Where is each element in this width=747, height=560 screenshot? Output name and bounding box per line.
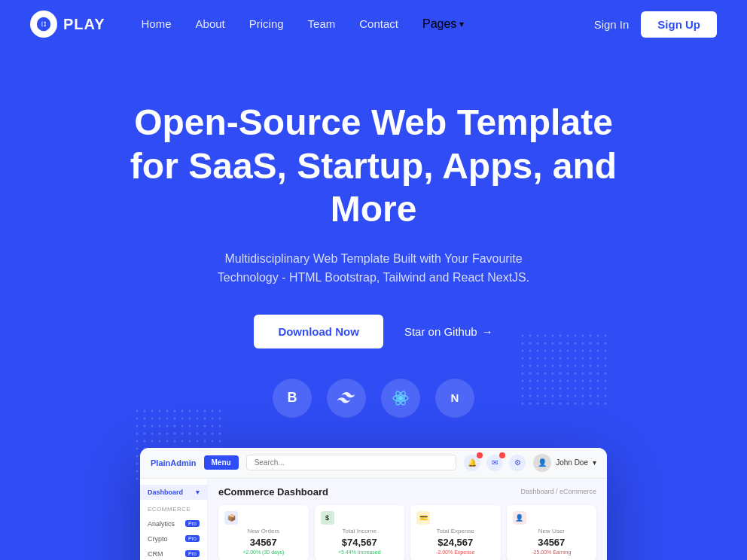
db-body: Dashboard ▾ eCommerce Analytics Pro Cryp… <box>140 479 607 560</box>
nextjs-icon: N <box>435 379 474 418</box>
download-button[interactable]: Download Now <box>254 315 383 348</box>
db-topbar: PlainAdmin Menu 🔔 ✉ ⚙ 👤 John Doe ▾ <box>140 448 607 479</box>
db-stats: 📦 New Orders 34567 +2.00% (30 days) $ To… <box>218 505 596 560</box>
sidebar-item-dashboard[interactable]: Dashboard ▾ <box>140 485 207 500</box>
tailwind-icon <box>327 379 366 418</box>
avatar: 👤 <box>533 454 551 472</box>
dashboard-preview: PlainAdmin Menu 🔔 ✉ ⚙ 👤 John Doe ▾ <box>140 448 607 560</box>
sidebar-item-crypto[interactable]: Crypto Pro <box>140 531 207 546</box>
stat-total-income: $ Total Income $74,567 +5.44% Increased <box>315 505 405 560</box>
sign-up-button[interactable]: Sign Up <box>641 11 717 38</box>
stat-new-orders: 📦 New Orders 34567 +2.00% (30 days) <box>218 505 309 560</box>
dot-pattern-right <box>521 334 611 409</box>
mail-badge <box>499 452 505 458</box>
db-sidebar: Dashboard ▾ eCommerce Analytics Pro Cryp… <box>140 479 208 560</box>
nav-links: Home About Pricing Team Contact Pages ▾ <box>142 17 594 31</box>
svg-point-5 <box>398 396 403 400</box>
nav-team[interactable]: Team <box>308 17 336 30</box>
nav-contact[interactable]: Contact <box>359 17 398 30</box>
user-name: John Doe <box>556 458 588 467</box>
db-user: 👤 John Doe ▾ <box>533 454 596 472</box>
svg-rect-2 <box>521 334 611 409</box>
react-icon <box>381 379 420 418</box>
hero-buttons: Download Now Star on Github → <box>30 315 717 348</box>
orders-icon: 📦 <box>224 511 238 525</box>
sign-in-button[interactable]: Sign In <box>594 18 630 31</box>
db-logo: PlainAdmin <box>151 458 197 467</box>
logo-text: PLAY <box>63 16 105 33</box>
chevron-down-icon: ▾ <box>459 19 464 29</box>
stat-total-expense: 💳 Total Expense $24,567 -2.00% Expense <box>410 505 501 560</box>
user-chevron-icon: ▾ <box>593 458 596 467</box>
notification-badge <box>477 452 483 458</box>
expense-icon: 💳 <box>416 511 430 525</box>
user-icon: 👤 <box>513 511 526 525</box>
stat-new-user: 👤 New User 34567 -25.00% Earning <box>507 505 597 560</box>
breadcrumb: Dashboard / eCommerce <box>520 488 596 495</box>
db-main-title: eCommerce Dashboard <box>218 486 328 498</box>
tech-icons: B N <box>30 379 717 418</box>
mail-icon[interactable]: ✉ <box>486 455 503 471</box>
sidebar-item-analytics[interactable]: Analytics Pro <box>140 516 207 531</box>
navbar: PLAY Home About Pricing Team Contact Pag… <box>0 0 747 48</box>
db-nav-icons: 🔔 ✉ ⚙ <box>464 455 526 471</box>
db-main-header: eCommerce Dashboard Dashboard / eCommerc… <box>218 486 596 498</box>
sidebar-item-crm[interactable]: CRM Pro <box>140 546 207 560</box>
db-menu-button[interactable]: Menu <box>204 455 239 470</box>
db-main: eCommerce Dashboard Dashboard / eCommerc… <box>208 479 607 560</box>
logo-icon <box>30 11 57 38</box>
nav-pricing[interactable]: Pricing <box>249 17 284 30</box>
filter-icon[interactable]: ⚙ <box>509 455 526 471</box>
hero-subtitle: Multidisciplinary Web Template Built wit… <box>193 249 554 288</box>
notification-icon[interactable]: 🔔 <box>464 455 480 471</box>
db-search-input[interactable] <box>246 455 457 470</box>
nav-about[interactable]: About <box>196 17 225 30</box>
sidebar-section-ecommerce: eCommerce <box>140 500 207 516</box>
logo[interactable]: PLAY <box>30 11 105 38</box>
bootstrap-icon: B <box>273 379 312 418</box>
income-icon: $ <box>321 511 334 525</box>
github-link[interactable]: Star on Github → <box>404 325 493 338</box>
arrow-icon: → <box>482 325 493 338</box>
hero-section: Open-Source Web Template for SaaS, Start… <box>0 48 747 560</box>
nav-actions: Sign In Sign Up <box>594 11 717 38</box>
hero-title: Open-Source Web Template for SaaS, Start… <box>117 101 630 231</box>
nav-home[interactable]: Home <box>142 17 172 30</box>
nav-pages[interactable]: Pages ▾ <box>422 17 464 31</box>
expand-icon: ▾ <box>196 488 200 496</box>
